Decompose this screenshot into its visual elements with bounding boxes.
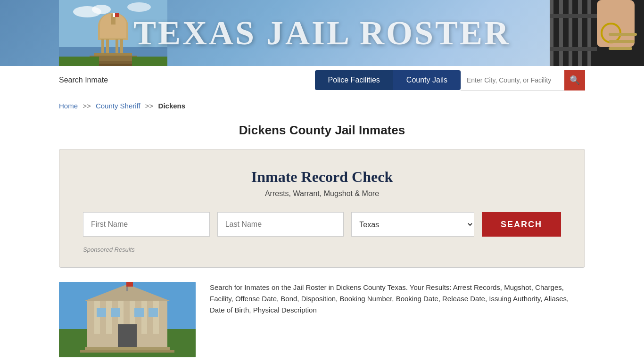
nav-bar: Search Inmate Police Facilities County J… [0, 66, 644, 94]
record-form: AlabamaAlaskaArizonaArkansasCaliforniaCo… [83, 212, 561, 237]
facility-search-button[interactable]: 🔍 [564, 70, 585, 90]
svg-rect-33 [550, 14, 597, 18]
svg-rect-28 [550, 0, 553, 66]
last-name-input[interactable] [217, 212, 344, 237]
svg-rect-13 [106, 39, 109, 53]
record-check-subtitle: Arrests, Warrant, Mugshot & More [83, 189, 561, 198]
svg-rect-51 [80, 350, 174, 353]
county-image [59, 282, 196, 357]
breadcrumb-county-sheriff-link[interactable]: County Sheriff [96, 102, 140, 110]
state-select[interactable]: AlabamaAlaskaArizonaArkansasCaliforniaCo… [351, 212, 474, 237]
facility-search-input[interactable] [461, 70, 564, 90]
svg-rect-32 [587, 0, 591, 66]
svg-rect-53 [126, 282, 133, 287]
first-name-input[interactable] [83, 212, 210, 237]
breadcrumb: Home >> County Sheriff >> Dickens [0, 94, 644, 117]
record-check-title: Inmate Record Check [83, 168, 561, 186]
svg-rect-48 [134, 308, 144, 317]
search-icon: 🔍 [570, 75, 580, 85]
svg-rect-34 [550, 47, 597, 51]
svg-rect-21 [132, 57, 167, 66]
site-title: Texas Jail Roster [133, 14, 511, 53]
svg-rect-45 [118, 324, 137, 348]
svg-rect-8 [100, 25, 126, 38]
breadcrumb-sep-1: >> [83, 102, 91, 110]
record-search-button[interactable]: SEARCH [482, 212, 561, 237]
county-jails-button[interactable]: County Jails [393, 70, 461, 90]
svg-point-4 [127, 2, 151, 12]
svg-rect-30 [569, 0, 572, 66]
svg-rect-20 [59, 57, 99, 66]
sponsored-label: Sponsored Results [83, 246, 561, 253]
svg-rect-14 [116, 39, 118, 53]
svg-rect-47 [111, 308, 120, 317]
keys-image [550, 0, 644, 66]
svg-rect-27 [609, 47, 632, 50]
svg-rect-11 [113, 13, 115, 17]
header-banner: Texas Jail Roster [0, 0, 644, 66]
svg-rect-26 [609, 40, 635, 43]
breadcrumb-sep-2: >> [145, 102, 154, 110]
svg-rect-46 [97, 308, 106, 317]
page-title: Dickens County Jail Inmates [0, 123, 644, 138]
bottom-description: Search for Inmates on the Jail Roster in… [210, 282, 585, 357]
breadcrumb-current: Dickens [158, 102, 186, 110]
police-facilities-button[interactable]: Police Facilities [315, 70, 393, 90]
svg-point-3 [92, 5, 111, 14]
nav-controls: Police Facilities County Jails 🔍 [315, 70, 585, 90]
svg-rect-25 [609, 33, 637, 36]
svg-rect-50 [85, 347, 170, 350]
svg-rect-12 [101, 39, 104, 53]
svg-rect-49 [149, 308, 158, 317]
svg-rect-31 [578, 0, 582, 66]
svg-rect-15 [120, 39, 123, 53]
svg-rect-29 [559, 0, 563, 66]
breadcrumb-home-link[interactable]: Home [59, 102, 78, 110]
search-inmate-label: Search Inmate [59, 76, 108, 84]
inmate-record-check-box: Inmate Record Check Arrests, Warrant, Mu… [59, 149, 585, 268]
bottom-section: Search for Inmates on the Jail Roster in… [0, 282, 644, 357]
